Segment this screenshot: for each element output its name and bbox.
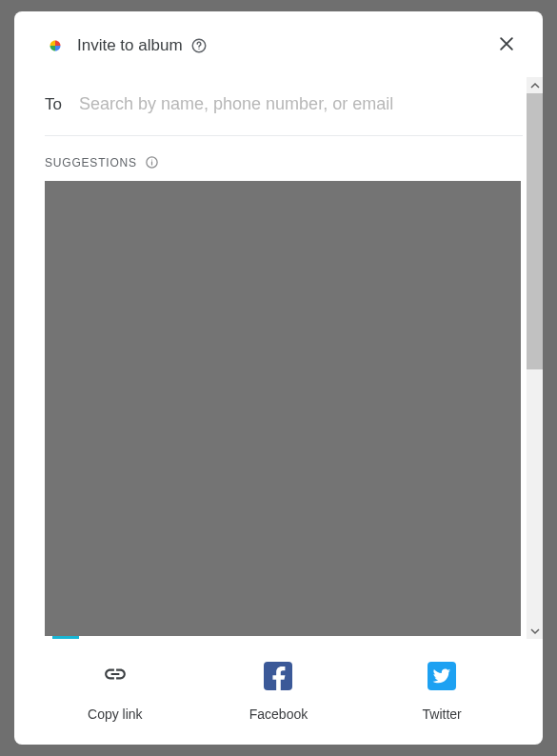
suggestions-header: SUGGESTIONS (45, 136, 527, 181)
close-button[interactable] (493, 30, 520, 60)
suggestions-label: SUGGESTIONS (45, 156, 137, 169)
info-icon[interactable] (145, 155, 159, 169)
scroll-up-button[interactable] (527, 77, 543, 93)
facebook-button[interactable]: Facebook (211, 659, 345, 722)
suggestions-list[interactable] (45, 181, 521, 639)
facebook-icon (264, 662, 292, 690)
dialog-header: Invite to album (14, 11, 543, 77)
google-photos-logo-icon (45, 35, 66, 56)
invite-dialog: Invite to album To SUGGESTIONS (14, 11, 543, 745)
link-icon (103, 662, 128, 690)
close-icon (497, 34, 516, 56)
copy-link-label: Copy link (88, 706, 143, 722)
to-label: To (45, 95, 62, 114)
facebook-label: Facebook (249, 706, 308, 722)
accent-bar (52, 636, 79, 639)
svg-point-4 (151, 159, 152, 160)
help-icon[interactable] (190, 37, 208, 54)
recipient-search-input[interactable] (79, 94, 511, 114)
copy-link-button[interactable]: Copy link (49, 659, 182, 722)
scroll-down-button[interactable] (527, 623, 543, 639)
content-area: To SUGGESTIONS (14, 77, 527, 639)
svg-point-1 (198, 48, 199, 49)
scrollbar-thumb[interactable] (527, 93, 543, 369)
dialog-body: To SUGGESTIONS (14, 77, 543, 639)
scrollbar[interactable] (527, 77, 543, 639)
share-footer: Copy link Facebook Twitter (14, 639, 543, 745)
twitter-icon (428, 662, 456, 690)
dialog-title: Invite to album (77, 36, 183, 55)
to-field-row: To (45, 77, 523, 136)
twitter-button[interactable]: Twitter (375, 659, 508, 722)
twitter-label: Twitter (423, 706, 462, 722)
